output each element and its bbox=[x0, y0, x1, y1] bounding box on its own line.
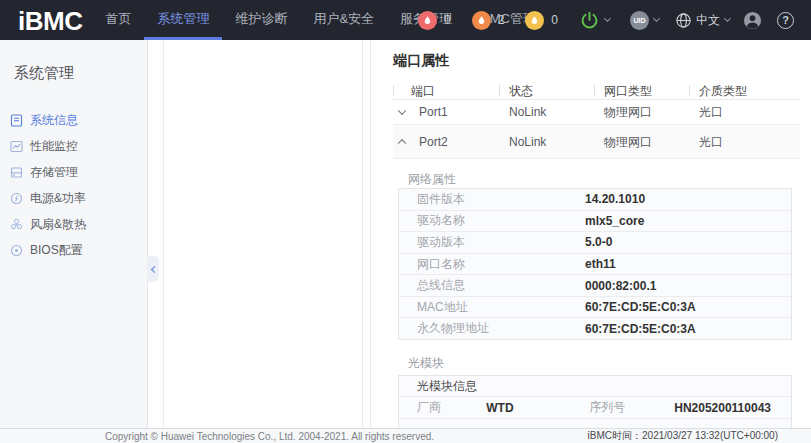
table-row-port2[interactable]: Port2 NoLink 物理网口 光口 bbox=[393, 125, 800, 159]
fan-icon bbox=[10, 218, 23, 231]
user-avatar[interactable] bbox=[743, 11, 762, 30]
ibmc-app: iBMC 首页 系统管理 维护诊断 用户&安全 服务管理 iBMC管理 0 2 bbox=[0, 0, 811, 443]
port-status: NoLink bbox=[509, 105, 546, 119]
field-label: 固件版本 bbox=[399, 191, 585, 208]
port-table: 端口 状态 网口类型 介质类型 Port1 NoLink 物理网口 光口 bbox=[393, 82, 800, 159]
ibmc-logo[interactable]: iBMC bbox=[0, 0, 82, 40]
header-controls: 0 2 0 UID bbox=[418, 0, 794, 40]
nav-user-security[interactable]: 用户&安全 bbox=[300, 0, 387, 40]
sidebar-item-storage[interactable]: 存储管理 bbox=[0, 159, 147, 185]
field-value: eth11 bbox=[585, 257, 616, 271]
column-separator bbox=[594, 85, 595, 96]
top-header: iBMC 首页 系统管理 维护诊断 用户&安全 服务管理 iBMC管理 0 2 bbox=[0, 0, 811, 40]
major-alarm-icon bbox=[472, 11, 491, 30]
minor-alarm-badge[interactable]: 0 bbox=[525, 11, 558, 30]
help-glyph: ? bbox=[782, 14, 789, 26]
flame-icon bbox=[529, 15, 540, 26]
column-header-port-type: 网口类型 bbox=[604, 82, 652, 99]
help-icon[interactable]: ? bbox=[777, 12, 794, 29]
flame-icon bbox=[476, 15, 487, 26]
nav-maintenance[interactable]: 维护诊断 bbox=[222, 0, 300, 40]
minor-alarm-icon bbox=[525, 11, 544, 30]
user-icon bbox=[743, 11, 762, 30]
network-properties-table: 固件版本 14.20.1010 驱动名称 mlx5_core 驱动版本 5.0-… bbox=[398, 188, 792, 340]
field-label: 总线信息 bbox=[399, 277, 585, 294]
sidebar-item-performance[interactable]: 性能监控 bbox=[0, 133, 147, 159]
chevron-down-icon bbox=[724, 15, 731, 22]
sidebar-title: 系统管理 bbox=[0, 40, 147, 83]
collapse-chevron-up-icon[interactable] bbox=[398, 138, 406, 146]
column-separator bbox=[499, 85, 500, 96]
sidebar-item-label: BIOS配置 bbox=[30, 242, 83, 259]
panel-divider bbox=[362, 40, 363, 428]
field-value: 0000:82:00.1 bbox=[585, 279, 656, 293]
page-title: 端口属性 bbox=[393, 52, 449, 70]
field-value: HN205200110043 bbox=[674, 401, 791, 415]
port-media: 光口 bbox=[699, 133, 723, 150]
uid-control[interactable]: UID bbox=[630, 11, 659, 30]
table-row: 总线信息 0000:82:00.1 bbox=[399, 275, 791, 297]
optical-module-table-header: 光模块信息 bbox=[399, 376, 791, 397]
critical-alarm-badge[interactable]: 0 bbox=[418, 11, 451, 30]
globe-icon bbox=[675, 12, 692, 29]
critical-alarm-icon bbox=[418, 11, 437, 30]
panel-divider bbox=[163, 40, 164, 428]
sidebar-item-label: 性能监控 bbox=[30, 138, 78, 155]
power-control[interactable] bbox=[579, 10, 610, 31]
chevron-left-icon bbox=[150, 265, 157, 272]
field-value: 60:7E:CD:5E:C0:3A bbox=[585, 300, 696, 314]
ibmc-time-value: 2021/03/27 13:32(UTC+00:00) bbox=[642, 430, 778, 441]
table-row: 厂商 WTD 序列号 HN205200110043 bbox=[399, 397, 791, 419]
port-name: Port1 bbox=[419, 105, 448, 119]
port-type: 物理网口 bbox=[604, 133, 652, 150]
nav-home[interactable]: 首页 bbox=[92, 0, 144, 40]
table-row-port1[interactable]: Port1 NoLink 物理网口 光口 bbox=[393, 100, 800, 125]
sidebar-item-label: 电源&功率 bbox=[30, 190, 86, 207]
language-label: 中文 bbox=[696, 12, 720, 29]
field-value: mlx5_core bbox=[585, 214, 644, 228]
language-control[interactable]: 中文 bbox=[675, 12, 730, 29]
footer: Copyright © Huawei Technologies Co., Ltd… bbox=[0, 428, 811, 443]
flame-icon bbox=[422, 15, 433, 26]
sidebar-item-bios[interactable]: BIOS配置 bbox=[0, 237, 147, 263]
optical-module-table: 光模块信息 厂商 WTD 序列号 HN205200110043 bbox=[398, 375, 792, 428]
port-type: 物理网口 bbox=[604, 104, 652, 121]
sidebar-collapse-button[interactable] bbox=[147, 256, 159, 282]
major-alarm-count: 2 bbox=[498, 13, 505, 27]
field-value: 5.0-0 bbox=[585, 235, 612, 249]
port-name: Port2 bbox=[419, 135, 448, 149]
column-separator bbox=[689, 85, 690, 96]
table-row: MAC地址 60:7E:CD:5E:C0:3A bbox=[399, 297, 791, 319]
sidebar-menu: 系统信息 性能监控 存储管理 bbox=[0, 107, 147, 263]
minor-alarm-count: 0 bbox=[551, 13, 558, 27]
sidebar: 系统管理 系统信息 性能监控 bbox=[0, 40, 148, 428]
power-meter-icon bbox=[10, 192, 23, 205]
sidebar-item-system-info[interactable]: 系统信息 bbox=[0, 107, 147, 133]
field-label: MAC地址 bbox=[399, 299, 585, 316]
bios-settings-icon bbox=[10, 244, 23, 257]
table-row: 固件版本 14.20.1010 bbox=[399, 189, 791, 211]
table-row: 驱动版本 5.0-0 bbox=[399, 232, 791, 254]
uid-icon: UID bbox=[630, 11, 649, 30]
chevron-down-icon bbox=[604, 15, 611, 22]
field-label: 永久物理地址 bbox=[399, 320, 585, 337]
field-value: WTD bbox=[486, 401, 589, 415]
chevron-down-icon bbox=[653, 15, 660, 22]
table-row: 永久物理地址 60:7E:CD:5E:C0:3A bbox=[399, 318, 791, 339]
ibmc-time: iBMC时间：2021/03/27 13:32(UTC+00:00) bbox=[588, 429, 778, 443]
column-header-status: 状态 bbox=[509, 82, 533, 99]
sidebar-item-label: 存储管理 bbox=[30, 164, 78, 181]
port-table-header: 端口 状态 网口类型 介质类型 bbox=[393, 82, 800, 100]
chart-icon bbox=[10, 140, 23, 153]
nav-system-management[interactable]: 系统管理 bbox=[144, 0, 222, 40]
sidebar-item-fans[interactable]: 风扇&散热 bbox=[0, 211, 147, 237]
port-media: 光口 bbox=[699, 104, 723, 121]
major-alarm-badge[interactable]: 2 bbox=[472, 11, 505, 30]
expand-chevron-down-icon[interactable] bbox=[398, 107, 406, 115]
sidebar-item-power[interactable]: 电源&功率 bbox=[0, 185, 147, 211]
field-label: 厂商 bbox=[399, 399, 486, 416]
content-panel: 端口属性 端口 状态 网口类型 介质类型 Port1 NoLink 物理网口 bbox=[370, 40, 811, 428]
table-row bbox=[399, 419, 791, 428]
port-status: NoLink bbox=[509, 135, 546, 149]
body-area: 系统管理 系统信息 性能监控 bbox=[0, 40, 811, 428]
